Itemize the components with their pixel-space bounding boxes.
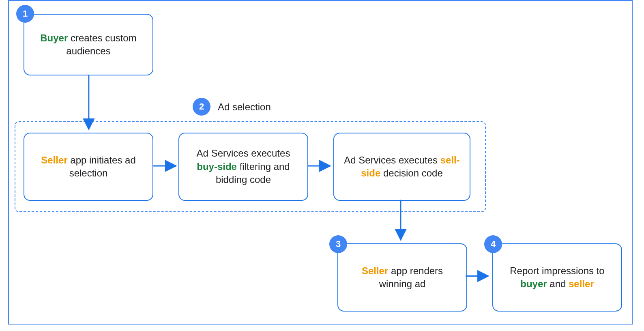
group-label-ad-selection: Ad selection [218,101,271,113]
node-seller-renders-winning-ad: Seller app renders winning ad [337,243,467,312]
node-report-impressions: Report impressions to buyer and seller [492,243,622,312]
badge-3: 3 [329,235,347,253]
node-ad-services-buy-side: Ad Services executes buy-side filtering … [178,133,308,201]
node-seller-initiates-ad-selection: Seller app initiates ad selection [24,133,153,201]
badge-2: 2 [193,98,210,116]
node-buyer-creates-audiences: Buyer creates custom audiences [24,14,153,75]
badge-4: 4 [484,235,502,253]
badge-1: 1 [16,5,34,23]
diagram-canvas: 2 Ad selection Buyer creates custom audi… [8,0,633,325]
node-ad-services-sell-side: Ad Services executes sell-side decision … [333,133,470,201]
